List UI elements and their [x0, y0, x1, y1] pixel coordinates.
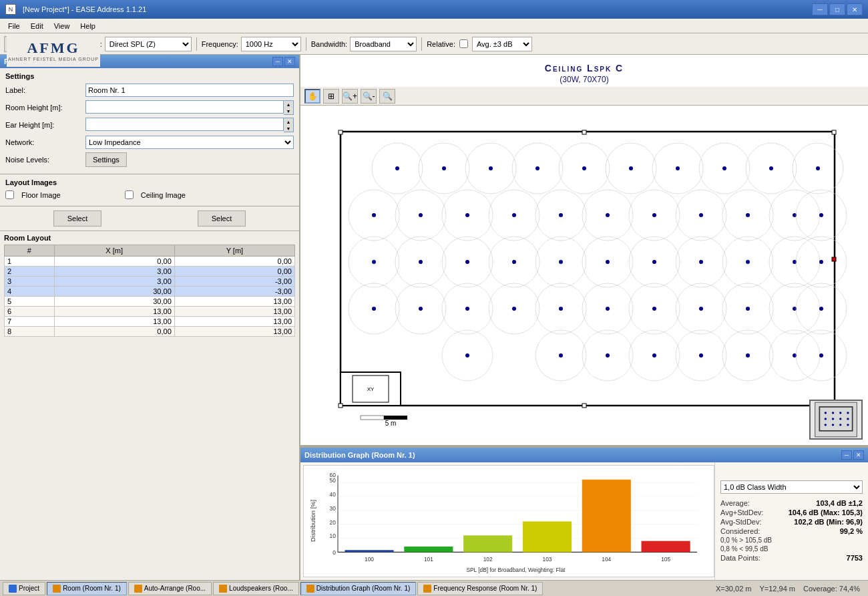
select-floor-button[interactable]: Select [53, 210, 102, 227]
col-y: Y [m] [174, 245, 294, 257]
svg-point-60 [652, 260, 656, 264]
ceiling-image-checkbox[interactable] [125, 190, 134, 199]
taskbar-loudspeakers[interactable]: Loudspeakers (Roo... [213, 582, 299, 595]
room-panel-close[interactable]: ✕ [284, 57, 295, 66]
taskbar-arrange[interactable]: Auto-Arrange (Roo... [128, 582, 212, 595]
avg-minus-label: Avg-StdDev: [720, 518, 762, 526]
loudspeakers-icon [219, 585, 227, 593]
separator3 [306, 37, 306, 51]
svg-rect-111 [582, 130, 586, 134]
room-height-input[interactable]: 4,00 [85, 100, 284, 114]
noise-levels-label: Noise Levels: [5, 156, 85, 164]
maximize-button[interactable]: □ [829, 3, 845, 15]
zoom-fit-tool[interactable]: 🔍 [379, 89, 395, 104]
considered-label: Considered: [720, 527, 760, 535]
table-row[interactable]: 7 13,00 13,00 [5, 317, 295, 327]
svg-point-16 [629, 166, 633, 170]
avg-minus-value: 102,2 dB (Min: 96,9) [794, 518, 863, 526]
table-row[interactable]: 2 3,00 0,00 [5, 267, 295, 277]
svg-point-58 [606, 260, 610, 264]
type-select[interactable]: Direct SPL (Z) [105, 37, 192, 51]
svg-text:0: 0 [333, 549, 336, 556]
main-content: Room (Room Nr. 1) ─ ✕ Settings Label: Ro… [0, 55, 868, 580]
project-icon [9, 585, 17, 593]
taskbar-room[interactable]: Room (Room Nr. 1) [47, 582, 127, 595]
ear-height-down[interactable]: ▼ [284, 125, 293, 132]
svg-point-24 [816, 166, 820, 170]
table-row[interactable]: 1 0,00 0,00 [5, 257, 295, 267]
svg-point-120 [832, 412, 834, 414]
svg-text:101: 101 [424, 556, 433, 563]
cell-num: 3 [5, 277, 55, 287]
room-height-down[interactable]: ▼ [284, 108, 293, 114]
status-y: Y=12,94 m [759, 585, 795, 593]
network-label: Network: [5, 138, 85, 146]
col-x: X [m] [54, 245, 174, 257]
table-row[interactable]: 4 30,00 -3,00 [5, 287, 295, 297]
taskbar-freq-response-label: Frequency Response (Room Nr. 1) [433, 585, 537, 592]
taskbar-project-label: Project [19, 585, 39, 592]
avg-minus-row: Avg-StdDev: 102,2 dB (Min: 96,9) [720, 518, 863, 526]
room-layout-title: Room Layout [4, 234, 295, 242]
room-layout-table: # X [m] Y [m] 1 0,00 0,002 3,00 0,003 3 [4, 245, 295, 337]
pan-tool[interactable]: ✋ [304, 89, 320, 104]
menu-edit[interactable]: Edit [25, 21, 49, 31]
speaker-title: Ceiling Lspk C [300, 57, 868, 75]
close-button[interactable]: ✕ [847, 3, 863, 15]
ear-height-up[interactable]: ▲ [284, 118, 293, 125]
coverage-status: Coverage: 74,4% [803, 585, 860, 593]
table-row[interactable]: 6 13,00 13,00 [5, 307, 295, 317]
svg-point-32 [512, 213, 516, 217]
table-row[interactable]: 3 3,00 -3,00 [5, 277, 295, 287]
svg-text:102: 102 [483, 556, 493, 563]
floor-image-checkbox[interactable] [5, 190, 14, 199]
bandwidth-select[interactable]: Broadband [350, 37, 417, 51]
ear-height-row: Ear Height [m]: 1,70 ▲ ▼ [5, 118, 294, 132]
minimize-button[interactable]: ─ [812, 3, 828, 15]
relative-checkbox[interactable] [459, 39, 468, 48]
zoom-out-tool[interactable]: 🔍- [361, 89, 377, 104]
svg-point-106 [819, 353, 823, 357]
svg-rect-116 [339, 404, 343, 408]
menu-view[interactable]: View [49, 21, 75, 31]
cell-num: 1 [5, 257, 55, 267]
svg-point-8 [442, 166, 446, 170]
table-row[interactable]: 8 0,00 13,00 [5, 327, 295, 337]
room-height-up[interactable]: ▲ [284, 101, 293, 108]
taskbar-freq-response[interactable]: Frequency Response (Room Nr. 1) [417, 582, 543, 595]
cell-x: 0,00 [54, 327, 174, 337]
taskbar-dist-graph[interactable]: Distribution Graph (Room Nr. 1) [300, 582, 417, 595]
svg-point-70 [372, 307, 376, 311]
taskbar-project[interactable]: Project [3, 582, 45, 595]
cell-num: 4 [5, 287, 55, 297]
mini-map[interactable] [809, 400, 863, 440]
svg-point-54 [512, 260, 516, 264]
cell-x: 30,00 [54, 287, 174, 297]
floor-plan[interactable]: XY [300, 106, 868, 445]
noise-settings-button[interactable]: Settings [85, 152, 127, 167]
frequency-select[interactable]: 1000 Hz [241, 37, 301, 51]
svg-text:SPL [dB] for Broadband, Weight: SPL [dB] for Broadband, Weighting: Flat [466, 567, 566, 573]
zoom-in-tool[interactable]: 🔍+ [342, 89, 358, 104]
logo-tagline: AHNERT FEISTEL MEDIA GROUP [8, 57, 99, 61]
svg-rect-108 [361, 416, 384, 420]
grid-tool[interactable]: ⊞ [323, 89, 339, 104]
network-select[interactable]: Low Impedance [85, 136, 294, 149]
layout-images-title: Layout Images [5, 178, 294, 186]
avg-select[interactable]: Avg. ±3 dB [472, 37, 532, 51]
ear-height-input[interactable]: 1,70 [85, 118, 284, 131]
dist-close-button[interactable]: ✕ [853, 450, 864, 460]
menu-file[interactable]: File [3, 21, 25, 31]
table-row[interactable]: 5 30,00 13,00 [5, 297, 295, 307]
dist-pin-button[interactable]: ─ [841, 450, 852, 460]
room-panel-pin[interactable]: ─ [272, 57, 283, 66]
svg-point-84 [699, 307, 703, 311]
svg-point-98 [652, 353, 656, 357]
avg-stddev-label: Avg+StdDev: [720, 508, 763, 516]
settings-title: Settings [5, 72, 294, 80]
select-ceiling-button[interactable]: Select [198, 210, 246, 227]
class-width-select[interactable]: 1,0 dB Class Width [720, 480, 863, 494]
menu-help[interactable]: Help [75, 21, 101, 31]
noise-levels-row: Noise Levels: Settings [5, 152, 294, 167]
label-input[interactable] [85, 84, 294, 97]
